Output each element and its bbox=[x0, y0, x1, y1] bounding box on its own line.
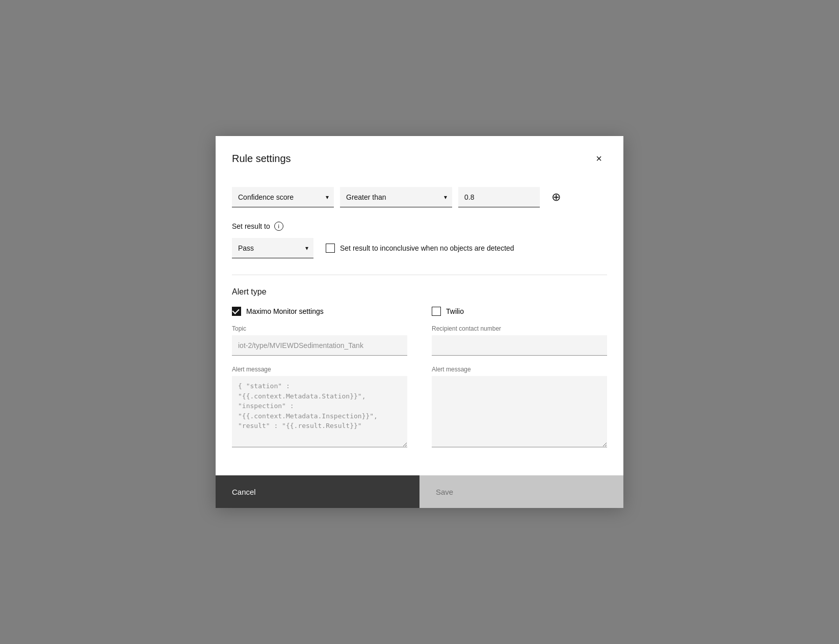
recipient-field-group: Recipient contact number bbox=[432, 325, 607, 356]
twilio-alert-message-group: Alert message bbox=[432, 366, 607, 449]
confidence-score-select[interactable]: Confidence score bbox=[232, 187, 334, 207]
add-filter-button[interactable]: ⊕ bbox=[548, 189, 564, 205]
topic-value: iot-2/type/MVIEWDSedimentation_Tank bbox=[232, 335, 407, 356]
twilio-col: Twilio Recipient contact number Alert me… bbox=[432, 307, 607, 459]
twilio-col-header: Twilio bbox=[432, 307, 607, 316]
cancel-button[interactable]: Cancel bbox=[216, 475, 420, 508]
modal-title: Rule settings bbox=[232, 153, 291, 165]
operator-select[interactable]: Greater than Less than Equal to bbox=[340, 187, 452, 207]
value-input[interactable] bbox=[458, 187, 540, 207]
pass-select[interactable]: Pass Fail bbox=[232, 238, 313, 258]
maximo-alert-message-textarea[interactable]: { "station" : "{{.context.Metadata.Stati… bbox=[232, 376, 407, 447]
topic-label: Topic bbox=[232, 325, 407, 332]
operator-select-wrapper: Greater than Less than Equal to ▾ bbox=[340, 187, 452, 207]
recipient-input[interactable] bbox=[432, 335, 607, 356]
maximo-alert-message-label: Alert message bbox=[232, 366, 407, 373]
modal-header: Rule settings × bbox=[216, 136, 623, 177]
topic-field-group: Topic iot-2/type/MVIEWDSedimentation_Tan… bbox=[232, 325, 407, 356]
maximo-alert-message-group: Alert message { "station" : "{{.context.… bbox=[232, 366, 407, 449]
inconclusive-checkbox[interactable] bbox=[326, 244, 335, 253]
maximo-col: Maximo Monitor settings Topic iot-2/type… bbox=[232, 307, 407, 459]
modal-footer: Cancel Save bbox=[216, 475, 623, 508]
divider bbox=[232, 275, 607, 275]
maximo-col-header: Maximo Monitor settings bbox=[232, 307, 407, 316]
modal-body: Confidence score ▾ Greater than Less tha… bbox=[216, 177, 623, 475]
info-icon: i bbox=[274, 222, 283, 231]
alert-columns: Maximo Monitor settings Topic iot-2/type… bbox=[232, 307, 607, 459]
twilio-checkbox[interactable] bbox=[432, 307, 441, 316]
maximo-label: Maximo Monitor settings bbox=[246, 307, 324, 315]
confidence-score-select-wrapper: Confidence score ▾ bbox=[232, 187, 334, 207]
recipient-label: Recipient contact number bbox=[432, 325, 607, 332]
filter-row: Confidence score ▾ Greater than Less tha… bbox=[232, 187, 607, 207]
close-button[interactable]: × bbox=[591, 150, 607, 167]
twilio-alert-message-label: Alert message bbox=[432, 366, 607, 373]
twilio-alert-message-textarea[interactable] bbox=[432, 376, 607, 447]
save-button[interactable]: Save bbox=[420, 475, 623, 508]
twilio-label: Twilio bbox=[446, 307, 464, 315]
alert-type-heading: Alert type bbox=[232, 287, 607, 297]
rule-settings-modal: Rule settings × Confidence score ▾ Great… bbox=[216, 136, 623, 508]
maximo-checkbox[interactable] bbox=[232, 307, 241, 316]
inconclusive-checkbox-label[interactable]: Set result to inconclusive when no objec… bbox=[326, 244, 514, 253]
pass-select-wrapper: Pass Fail ▾ bbox=[232, 238, 313, 258]
result-row: Pass Fail ▾ Set result to inconclusive w… bbox=[232, 238, 607, 258]
set-result-label: Set result to i bbox=[232, 222, 607, 231]
